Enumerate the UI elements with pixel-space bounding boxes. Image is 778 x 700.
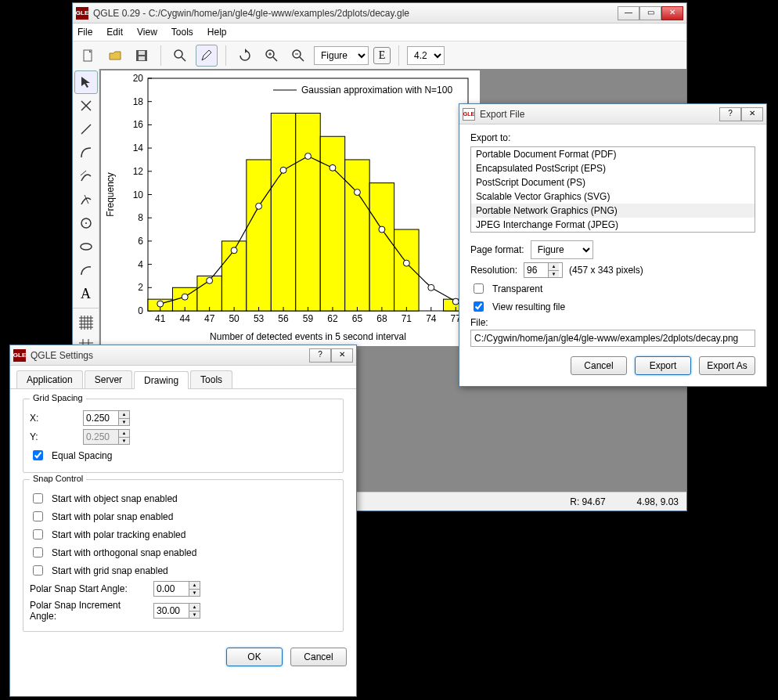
text-tool-icon[interactable]: A: [74, 282, 98, 305]
new-file-icon[interactable]: [77, 45, 99, 67]
format-item[interactable]: Scalable Vector Graphics (SVG): [471, 189, 755, 204]
grid-spacing-group: Grid Spacing X: ▲▼ Y: ▲▼ Equal Spacing: [23, 399, 344, 473]
figure-select[interactable]: Figure: [314, 46, 369, 65]
settings-tabs: Application Server Drawing Tools: [10, 370, 356, 389]
chart: 0246810121416182041444750535659626568717…: [101, 70, 480, 346]
minimize-button[interactable]: —: [618, 6, 639, 20]
menu-help[interactable]: Help: [207, 27, 227, 38]
svg-text:Gaussian approximation with N=: Gaussian approximation with N=100: [301, 85, 452, 96]
app-icon: GLE: [463, 108, 475, 121]
svg-rect-74: [296, 114, 320, 311]
tab-tools[interactable]: Tools: [190, 370, 232, 388]
zoom-select[interactable]: 4.2: [407, 46, 445, 65]
equal-spacing-label: Equal Spacing: [52, 450, 112, 461]
format-item[interactable]: Portable Network Graphics (PNG): [471, 204, 755, 218]
snap-opt-3-checkbox[interactable]: [33, 547, 43, 557]
svg-text:20: 20: [133, 73, 144, 84]
svg-text:8: 8: [138, 212, 143, 223]
tab-drawing[interactable]: Drawing: [134, 371, 189, 389]
view-result-label: View resulting file: [492, 301, 565, 312]
snap-control-group: Snap Control Start with object snap enab…: [23, 479, 344, 632]
equal-spacing-checkbox[interactable]: [33, 450, 43, 460]
close-button[interactable]: ✕: [741, 107, 763, 121]
svg-line-16: [81, 171, 86, 175]
tab-server[interactable]: Server: [85, 370, 132, 388]
arc-tool-icon[interactable]: [74, 258, 98, 282]
help-button[interactable]: ?: [719, 107, 741, 121]
svg-point-97: [231, 247, 237, 254]
edit-source-icon[interactable]: E: [373, 47, 391, 64]
open-file-icon[interactable]: [104, 45, 126, 67]
edit-tool-icon[interactable]: [196, 45, 218, 67]
svg-rect-80: [345, 160, 369, 311]
settings-titlebar: GLE QGLE Settings ? ✕: [10, 345, 356, 366]
grid-y-input[interactable]: ▲▼: [83, 429, 130, 445]
svg-point-96: [207, 277, 213, 283]
format-item[interactable]: Portable Document Format (PDF): [471, 147, 755, 161]
zoom-in-icon[interactable]: [261, 45, 283, 67]
magnify-icon[interactable]: [169, 45, 191, 67]
perpendicular-tool-icon[interactable]: [74, 188, 98, 211]
format-item[interactable]: JPEG Interchange Format (JPEG): [471, 218, 755, 232]
snap-opt-3-label: Start with orthogonal snap enabled: [52, 547, 196, 558]
snap-opt-1-checkbox[interactable]: [33, 511, 43, 521]
svg-text:16: 16: [133, 119, 144, 130]
tangent-tool-icon[interactable]: [74, 164, 98, 188]
transparent-checkbox[interactable]: [474, 283, 484, 294]
grid-dense-icon[interactable]: [74, 311, 98, 334]
settings-dialog: GLE QGLE Settings ? ✕ Application Server…: [9, 345, 357, 697]
export-as-button[interactable]: Export As: [699, 356, 755, 375]
svg-line-15: [81, 124, 91, 134]
export-format-list[interactable]: Portable Document Format (PDF)Encapsulat…: [470, 146, 755, 233]
file-label: File:: [470, 317, 755, 328]
maximize-button[interactable]: ▭: [639, 6, 661, 20]
ellipse-tool-icon[interactable]: [74, 235, 98, 258]
snap-opt-1-label: Start with polar snap enabled: [52, 511, 173, 522]
resolution-input[interactable]: ▲▼: [524, 262, 563, 278]
cancel-button[interactable]: Cancel: [290, 648, 347, 666]
delete-tool-icon[interactable]: [74, 94, 98, 117]
menu-file[interactable]: File: [77, 27, 92, 38]
save-file-icon[interactable]: [131, 45, 153, 67]
reload-icon[interactable]: [234, 45, 256, 67]
line-tool-icon[interactable]: [74, 117, 98, 141]
export-button[interactable]: Export: [635, 356, 691, 375]
svg-text:18: 18: [133, 96, 144, 107]
svg-text:74: 74: [426, 313, 437, 324]
tab-application[interactable]: Application: [16, 370, 83, 388]
close-button[interactable]: ✕: [661, 6, 683, 20]
svg-rect-3: [139, 56, 145, 60]
polar-inc-input[interactable]: ▲▼: [153, 603, 200, 619]
ok-button[interactable]: OK: [226, 648, 283, 666]
svg-text:12: 12: [133, 166, 144, 177]
snap-opt-2-checkbox[interactable]: [33, 529, 43, 539]
snap-opt-4-checkbox[interactable]: [33, 565, 43, 576]
page-format-select[interactable]: Figure: [531, 240, 593, 259]
svg-text:4: 4: [138, 259, 143, 270]
menu-view[interactable]: View: [137, 27, 157, 38]
grid-x-input[interactable]: ▲▼: [83, 410, 130, 426]
close-button[interactable]: ✕: [331, 348, 353, 363]
zoom-out-icon[interactable]: [287, 45, 309, 67]
svg-text:10: 10: [133, 189, 144, 200]
svg-point-103: [379, 226, 385, 233]
view-result-checkbox[interactable]: [474, 301, 484, 312]
curve-tool-icon[interactable]: [74, 141, 98, 164]
menu-edit[interactable]: Edit: [106, 27, 123, 38]
file-path-input[interactable]: [470, 330, 755, 347]
pointer-tool-icon[interactable]: [74, 70, 98, 94]
svg-text:53: 53: [254, 313, 265, 324]
circle-tool-icon[interactable]: [74, 211, 98, 235]
main-title: QGLE 0.29 - C:/Cygwin/home/jan/gle4/gle-…: [93, 8, 618, 19]
export-dialog: GLE Export File ? ✕ Export to: Portable …: [459, 103, 767, 387]
main-toolbar: Figure E 4.2: [73, 41, 686, 70]
format-item[interactable]: PostScript Document (PS): [471, 175, 755, 189]
menu-tools[interactable]: Tools: [171, 27, 193, 38]
format-item[interactable]: Encapsulated PostScript (EPS): [471, 161, 755, 175]
svg-rect-83: [369, 183, 394, 311]
help-button[interactable]: ?: [309, 348, 331, 363]
snap-opt-0-checkbox[interactable]: [33, 493, 43, 503]
svg-text:Number of detected events in 5: Number of detected events in 5 second in…: [210, 331, 406, 342]
cancel-button[interactable]: Cancel: [571, 356, 627, 375]
polar-start-input[interactable]: ▲▼: [153, 581, 200, 597]
